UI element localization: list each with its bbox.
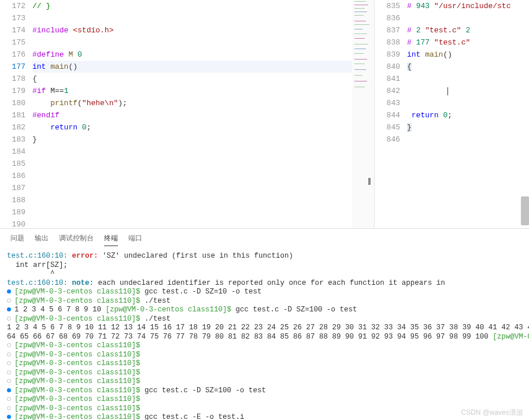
line-number: 843 bbox=[375, 97, 400, 109]
code-content-right[interactable]: # 943 "/usr/include/stc # 2 "test.c" 2# … bbox=[407, 0, 529, 228]
code-line[interactable]: int main() bbox=[407, 49, 529, 61]
terminal-line: [zpw@VM-0-3-centos class110]$ bbox=[7, 377, 522, 386]
terminal-line: [zpw@VM-0-3-centos class110]$ ./test bbox=[7, 297, 522, 306]
line-number: 186 bbox=[0, 170, 25, 182]
code-line[interactable]: return 0; bbox=[407, 109, 529, 121]
code-line[interactable] bbox=[32, 158, 374, 170]
terminal-line: [zpw@VM-0-3-centos class110]$ bbox=[7, 369, 522, 378]
panel-tab-4[interactable]: 端口 bbox=[128, 233, 142, 246]
code-line[interactable] bbox=[32, 206, 374, 218]
code-line[interactable] bbox=[32, 146, 374, 158]
line-number: 837 bbox=[375, 24, 400, 36]
line-number: 846 bbox=[375, 133, 400, 146]
code-content-left[interactable]: // } #include <stdio.h> #define M 0int m… bbox=[32, 0, 374, 228]
code-line[interactable]: // } bbox=[32, 0, 374, 12]
code-line[interactable]: #include <stdio.h> bbox=[32, 24, 374, 36]
scroll-indicator bbox=[368, 178, 371, 185]
status-dot-icon bbox=[7, 289, 11, 293]
status-dot-icon bbox=[7, 397, 11, 401]
line-number: 181 bbox=[0, 109, 25, 121]
terminal-line: [zpw@VM-0-3-centos class110]$ gcc test.c… bbox=[7, 386, 522, 396]
line-gutter-left: 1721731741751761771781791801811821831841… bbox=[0, 0, 32, 228]
code-line[interactable] bbox=[407, 73, 529, 85]
code-line[interactable]: printf("hehe\n"); bbox=[32, 97, 374, 109]
line-number: 176 bbox=[0, 49, 25, 61]
line-number: 179 bbox=[0, 85, 25, 97]
status-dot-icon bbox=[7, 299, 11, 303]
terminal-line: [zpw@VM-0-3-centos class110]$ bbox=[7, 359, 522, 369]
code-line[interactable] bbox=[32, 12, 374, 24]
line-number: 184 bbox=[0, 146, 25, 158]
code-line[interactable] bbox=[32, 36, 374, 49]
terminal-line: 1 2 3 4 5 6 7 8 9 10 11 12 13 14 15 16 1… bbox=[7, 324, 522, 333]
status-dot-icon bbox=[7, 317, 11, 321]
line-number: 842 bbox=[375, 85, 400, 97]
text-cursor bbox=[447, 87, 448, 95]
line-number: 840 bbox=[375, 61, 400, 73]
line-number: 174 bbox=[0, 24, 25, 36]
status-dot-icon bbox=[7, 343, 11, 347]
minimap-left[interactable] bbox=[352, 0, 374, 228]
status-dot-icon bbox=[7, 352, 11, 356]
line-number: 845 bbox=[375, 121, 400, 133]
terminal-line: [zpw@VM-0-3-centos class110]$ bbox=[7, 351, 522, 360]
code-line[interactable]: # 943 "/usr/include/stc bbox=[407, 0, 529, 12]
code-line[interactable]: } bbox=[32, 133, 374, 146]
status-dot-icon bbox=[7, 361, 11, 365]
line-number: 173 bbox=[0, 12, 25, 24]
line-gutter-right: 835836837838839840841842843844845846 bbox=[375, 0, 407, 228]
code-line[interactable]: int main() bbox=[32, 61, 374, 73]
line-number: 187 bbox=[0, 182, 25, 194]
code-line[interactable] bbox=[407, 133, 529, 146]
line-number: 839 bbox=[375, 49, 400, 61]
code-line[interactable] bbox=[32, 218, 374, 228]
terminal-line: [zpw@VM-0-3-centos class110]$ bbox=[7, 341, 522, 351]
code-line[interactable] bbox=[407, 12, 529, 24]
code-line[interactable] bbox=[32, 170, 374, 182]
panel-tab-1[interactable]: 输出 bbox=[35, 233, 49, 246]
code-line[interactable]: #define M 0 bbox=[32, 49, 374, 61]
code-line[interactable] bbox=[32, 194, 374, 206]
line-number: 180 bbox=[0, 97, 25, 109]
line-number: 838 bbox=[375, 36, 400, 49]
terminal-output[interactable]: test.c:160:10: error: 'SZ' undeclared (f… bbox=[0, 250, 529, 420]
terminal-line: ^ bbox=[7, 270, 522, 279]
status-dot-icon bbox=[7, 415, 11, 419]
line-number: 189 bbox=[0, 206, 25, 218]
editor-split: 1721731741751761771781791801811821831841… bbox=[0, 0, 529, 228]
line-number: 185 bbox=[0, 158, 25, 170]
line-number: 835 bbox=[375, 0, 400, 12]
code-line[interactable]: # 2 "test.c" 2 bbox=[407, 24, 529, 36]
panel-tabs: 问题输出调试控制台终端端口 bbox=[0, 229, 529, 250]
terminal-line: test.c:160:10: error: 'SZ' undeclared (f… bbox=[7, 252, 522, 261]
terminal-line: 64 65 66 67 68 69 70 71 72 73 74 75 76 7… bbox=[7, 333, 522, 342]
terminal-line: [zpw@VM-0-3-centos class110]$ gcc test.c… bbox=[7, 288, 522, 297]
code-line[interactable] bbox=[407, 97, 529, 109]
status-dot-icon bbox=[7, 406, 11, 410]
code-line[interactable]: { bbox=[32, 73, 374, 85]
code-line[interactable] bbox=[407, 85, 529, 97]
editor-pane-left[interactable]: 1721731741751761771781791801811821831841… bbox=[0, 0, 375, 228]
panel-tab-3[interactable]: 终端 bbox=[104, 233, 118, 246]
code-line[interactable] bbox=[32, 182, 374, 194]
terminal-line: [zpw@VM-0-3-centos class110]$ gcc test.c… bbox=[7, 413, 522, 420]
status-dot-icon bbox=[7, 379, 11, 383]
code-line[interactable]: } bbox=[407, 121, 529, 133]
bottom-panel: 问题输出调试控制台终端端口 test.c:160:10: error: 'SZ'… bbox=[0, 228, 529, 420]
line-number: 178 bbox=[0, 73, 25, 85]
status-dot-icon bbox=[7, 370, 11, 374]
terminal-line: [zpw@VM-0-3-centos class110]$ bbox=[7, 395, 522, 404]
code-line[interactable]: #if M==1 bbox=[32, 85, 374, 97]
code-line[interactable]: #endif bbox=[32, 109, 374, 121]
scrollbar-vertical[interactable] bbox=[521, 196, 529, 225]
terminal-line: test.c:160:10: note: each undeclared ide… bbox=[7, 279, 522, 288]
code-line[interactable]: { bbox=[407, 61, 529, 73]
code-line[interactable]: return 0; bbox=[32, 121, 374, 133]
status-dot-icon bbox=[7, 388, 11, 392]
line-number: 190 bbox=[0, 218, 25, 228]
editor-pane-right[interactable]: 835836837838839840841842843844845846 # 9… bbox=[375, 0, 529, 228]
panel-tab-2[interactable]: 调试控制台 bbox=[59, 233, 94, 246]
code-line[interactable]: # 177 "test.c" bbox=[407, 36, 529, 49]
panel-tab-0[interactable]: 问题 bbox=[10, 233, 24, 246]
status-dot-icon bbox=[7, 307, 11, 311]
